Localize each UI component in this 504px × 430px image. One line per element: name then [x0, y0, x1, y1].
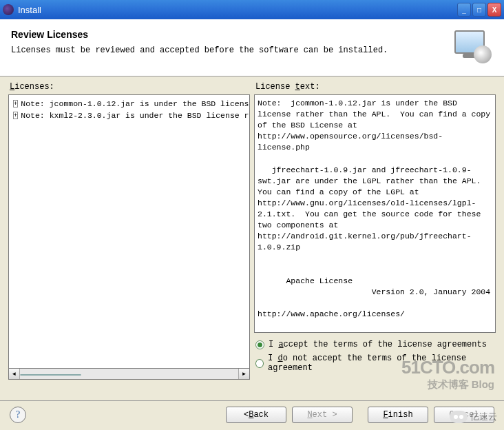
minimize-button[interactable]: _ [457, 3, 471, 17]
accept-radio[interactable]: I accept the terms of the license agreem… [255, 340, 494, 349]
radio-icon [255, 340, 264, 349]
install-icon [452, 29, 493, 63]
dialog-header: Review Licenses Licenses must be reviewe… [0, 19, 504, 76]
tree-item-label: Note: kxml2-2.3.0.jar is under the BSD l… [21, 110, 250, 121]
button-bar: ? < Back Next > Finish Cancel [10, 407, 494, 423]
accept-label: I accept the terms of the license agreem… [269, 340, 487, 349]
license-text-area[interactable]: Note: jcommon-1.0.12.jar is under the BS… [254, 94, 496, 333]
help-button[interactable]: ? [10, 407, 26, 423]
watermark-line1: 51CTO.com [401, 357, 494, 378]
expand-icon[interactable]: + [13, 112, 18, 119]
page-title: Review Licenses [11, 29, 388, 40]
licenses-tree[interactable]: + Note: jcommon-1.0.12.jar is under the … [8, 94, 250, 369]
badge-text: 亿速云 [470, 411, 497, 423]
radio-icon [255, 359, 264, 368]
tree-item-label: Note: jcommon-1.0.12.jar is under the BS… [21, 98, 250, 110]
tree-item[interactable]: + Note: kxml2-2.3.0.jar is under the BSD… [12, 110, 246, 121]
corner-badge: 亿速云 [450, 411, 497, 423]
next-button: Next > [292, 407, 353, 423]
licenses-panel: Licenses: + Note: jcommon-1.0.12.jar is … [8, 82, 250, 380]
scroll-thumb[interactable] [20, 374, 81, 376]
back-button[interactable]: < Back [226, 407, 286, 423]
scroll-right-icon[interactable]: ► [238, 369, 249, 379]
cloud-icon [450, 411, 468, 423]
license-text-label: License text: [254, 82, 496, 92]
finish-button[interactable]: Finish [368, 407, 428, 423]
scroll-left-icon[interactable]: ◄ [9, 369, 20, 379]
maximize-button[interactable]: □ [472, 3, 486, 17]
footer-separator [0, 400, 504, 401]
window-title: Install [18, 5, 457, 15]
tree-item[interactable]: + Note: jcommon-1.0.12.jar is under the … [12, 98, 246, 110]
watermark: 51CTO.com 技术博客 Blog [401, 357, 494, 391]
close-button[interactable]: X [487, 3, 501, 17]
page-subtitle: Licenses must be reviewed and accepted b… [11, 45, 388, 55]
license-text-panel: License text: Note: jcommon-1.0.12.jar i… [254, 82, 496, 380]
titlebar: Install _ □ X [0, 0, 504, 19]
horizontal-scrollbar[interactable]: ◄ ► [8, 369, 250, 380]
watermark-line2: 技术博客 Blog [401, 378, 494, 391]
licenses-label: Licenses: [8, 82, 250, 92]
expand-icon[interactable]: + [13, 100, 18, 108]
eclipse-icon [3, 4, 14, 15]
